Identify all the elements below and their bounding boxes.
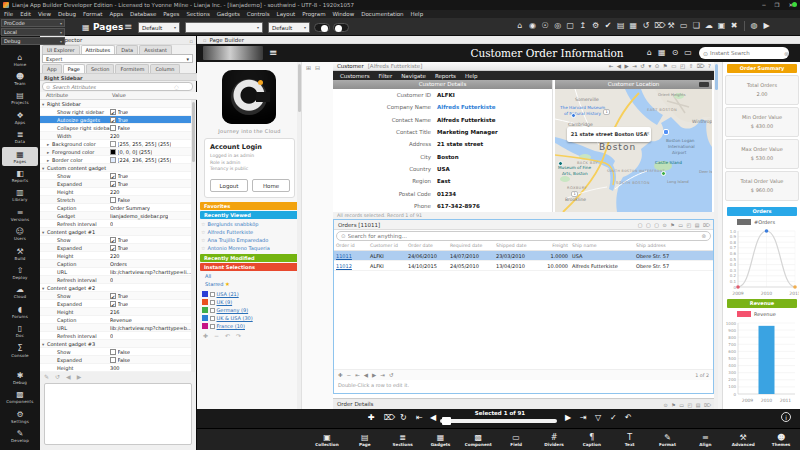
card-icon[interactable]: ▭	[679, 402, 684, 408]
airport-marker[interactable]	[663, 129, 669, 135]
new-page-icon[interactable]: ▢	[566, 21, 574, 30]
value-checkbox[interactable]	[110, 293, 116, 299]
remove-icon[interactable]: −	[347, 372, 352, 378]
monitor-icon[interactable]: ▭	[680, 21, 688, 30]
inspect-icon[interactable]: ☉	[541, 21, 549, 30]
attribute-row[interactable]: Collapse right sidebar False	[40, 124, 193, 132]
view-grid-icon[interactable]: ▢	[638, 222, 643, 228]
menu-item[interactable]: File	[4, 11, 13, 17]
menu-item[interactable]: View	[38, 11, 51, 17]
target-icon[interactable]: ◎	[554, 21, 562, 30]
collapse-all-icon[interactable]: ⊟	[315, 64, 320, 71]
first-icon[interactable]: ⇤	[609, 63, 614, 69]
attribute-row[interactable]: Show right sidebar True	[40, 108, 193, 116]
first-record-icon[interactable]: ⇤	[416, 413, 423, 422]
attribute-row[interactable]: ▾Custom content gadget	[40, 164, 193, 172]
package-icon[interactable]: ▣	[718, 21, 726, 30]
maximize-button[interactable]: ❐	[774, 0, 779, 10]
tooltip-close-icon[interactable]: ✕	[646, 126, 650, 141]
toggle-switch-1[interactable]	[314, 23, 330, 32]
order-row[interactable]: 11012 ALFKI 14/10/2015 24/05/2010 13/04/…	[334, 261, 713, 271]
sidebar-item-components[interactable]: ▩ Components	[2, 388, 38, 407]
app-menu-icon[interactable]: ≡	[269, 47, 277, 58]
value-checkbox[interactable]	[110, 181, 116, 187]
panel-splitter[interactable]: ⊞ ⊟	[302, 62, 333, 409]
menu-item[interactable]: Gadgets	[217, 11, 240, 17]
menu-item[interactable]: Format	[83, 11, 102, 17]
library-icon[interactable]: ▤	[617, 21, 625, 30]
attribute-row[interactable]: Height 300	[40, 364, 193, 372]
value-checkbox[interactable]	[110, 117, 116, 123]
attribute-row[interactable]: Show True	[40, 172, 193, 180]
clear-search-icon[interactable]: ◌	[174, 84, 178, 90]
bb-collection[interactable]: ▣ Collection	[308, 429, 346, 450]
sidebar-item-console[interactable]: Σ Console	[2, 341, 38, 360]
value-checkbox[interactable]	[110, 125, 116, 131]
delete-record-icon[interactable]: ⌦	[384, 413, 395, 422]
run-icon[interactable]: ▶	[763, 21, 771, 30]
sidebar-item-build[interactable]: ⚒ Build	[2, 244, 38, 263]
page-select[interactable]: Default▾	[138, 22, 180, 33]
inspector-scrollbar[interactable]	[191, 100, 195, 372]
attribute-row[interactable]: Refresh interval 0	[40, 332, 193, 340]
flag-icon[interactable]: ⚑	[670, 222, 674, 228]
sidebar-item-team[interactable]: ☻ Team	[2, 69, 38, 88]
back-icon[interactable]: ◀	[66, 373, 71, 380]
section-select[interactable]: ▾	[185, 22, 263, 33]
view-split-icon[interactable]: ▢	[654, 222, 659, 228]
attribute-row[interactable]: Expanded True	[40, 244, 193, 252]
menu-item[interactable]: Database	[130, 11, 156, 17]
attribute-row[interactable]: Stretch False	[40, 196, 193, 204]
attribute-row[interactable]: Expanded True	[40, 300, 193, 308]
delete-icon[interactable]: ⌦	[697, 63, 705, 69]
country-checkbox[interactable]	[210, 316, 215, 321]
sidebar-item-users[interactable]: ☺ Users	[2, 225, 38, 244]
add-record-icon[interactable]: ✚	[368, 413, 375, 422]
view-form-icon[interactable]: ▢	[646, 222, 651, 228]
prev-icon[interactable]: ◀	[617, 63, 621, 69]
attribute-row[interactable]: Refresh interval 0	[40, 220, 193, 228]
delete-icon[interactable]: ⌦	[704, 402, 711, 408]
selection-all[interactable]: All	[205, 273, 211, 279]
bb-themes[interactable]: ☻ Themes	[762, 429, 800, 450]
menu-item[interactable]: Navigate	[401, 73, 426, 79]
sidebar-item-reports[interactable]: ◧ Reports	[2, 166, 38, 185]
menu-item[interactable]: Edit	[20, 11, 31, 17]
instant-selections-banner[interactable]: Instant Selections	[200, 263, 299, 271]
country-checkbox[interactable]	[210, 308, 215, 313]
refresh-icon[interactable]: ↺	[55, 373, 60, 380]
validate-icon[interactable]: ✓	[610, 413, 617, 422]
country-selection-item[interactable]: UK & USA (30)	[202, 314, 300, 322]
favorites-banner[interactable]: Favorites	[200, 202, 299, 210]
add-icon[interactable]: ✚	[338, 372, 343, 378]
help-icon[interactable]: ?	[708, 63, 711, 69]
value-checkbox[interactable]	[110, 173, 116, 179]
order-id-link[interactable]: 11011	[334, 252, 368, 260]
country-selection-item[interactable]: USA (21)	[202, 290, 300, 298]
menu-item[interactable]: Reports	[435, 73, 456, 79]
sidebar-item-projects[interactable]: ▤ Projects	[2, 89, 38, 108]
sidebar-item-forums[interactable]: ◖ Forums	[2, 302, 38, 321]
bb-align[interactable]: ≡ Align	[686, 429, 724, 450]
tab-attributes[interactable]: Attributes	[81, 45, 116, 54]
refresh-icon[interactable]: ↺	[642, 21, 650, 30]
tasks-icon[interactable]: ✔	[604, 21, 612, 30]
attribute-row[interactable]: ▾Right Sidebar	[40, 100, 193, 108]
sidebar-item-pages[interactable]: ▦ Pages	[2, 147, 38, 166]
flag-icon[interactable]: ⚑	[671, 402, 675, 408]
bb-component[interactable]: ▩ Component	[459, 429, 497, 450]
undo-icon[interactable]: ↶	[225, 332, 230, 339]
share-icon[interactable]: ↥	[579, 21, 587, 30]
card-icon[interactable]: ▭	[678, 222, 683, 228]
orders-search[interactable]: ⊙ ⊗	[336, 231, 711, 241]
sidebar-item-debug[interactable]: ✱ Debug	[2, 368, 38, 387]
recent-item[interactable]: ☆ Berglunds snabbköp	[201, 220, 299, 228]
selection-starred[interactable]: Starred ★	[205, 281, 230, 287]
home-icon[interactable]: ⌂	[647, 48, 652, 57]
info-icon[interactable]: i	[781, 412, 791, 422]
field-value[interactable]: East	[437, 178, 450, 184]
star-icon[interactable]: ☆	[201, 229, 205, 235]
menu-item[interactable]: Apps	[109, 11, 123, 17]
home-icon[interactable]: ⌂	[516, 21, 524, 30]
prev-record-icon[interactable]: ◀	[430, 413, 436, 422]
